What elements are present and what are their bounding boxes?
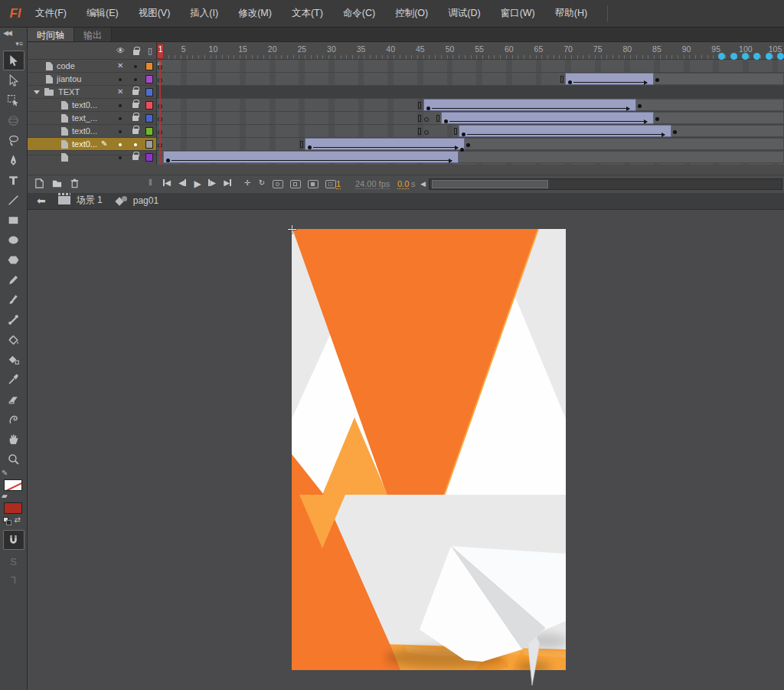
frame-row-text_...[interactable] <box>157 112 784 125</box>
pen-tool-icon[interactable] <box>3 150 24 170</box>
layer-outline-color-swatch[interactable] <box>145 101 153 110</box>
static-span[interactable] <box>654 73 784 85</box>
static-span[interactable] <box>636 99 784 111</box>
fill-color-swatch[interactable] <box>4 502 22 514</box>
layer-row-text_...[interactable]: text_... <box>28 112 156 125</box>
layer-row-text0...[interactable]: text0...✎ <box>28 138 156 151</box>
outline-column-icon[interactable]: ▯ <box>148 46 152 56</box>
frames-area[interactable]: 5101520253035404550556065707580859095100… <box>157 42 784 165</box>
straighten-option-icon[interactable]: Ꞁ <box>0 574 27 593</box>
polystar-tool-icon[interactable] <box>3 250 24 270</box>
tween-span[interactable] <box>441 112 654 124</box>
folder-disclosure-icon[interactable] <box>34 90 40 94</box>
layer-name[interactable]: text_... <box>72 113 97 123</box>
scrollbar-thumb[interactable] <box>432 180 548 188</box>
layer-name[interactable]: text0... <box>72 139 97 149</box>
text-tool-icon[interactable] <box>3 170 24 190</box>
static-span[interactable] <box>654 112 784 124</box>
rectangle-tool-icon[interactable] <box>3 210 24 230</box>
layer-row-text0...[interactable]: text0... <box>28 125 156 138</box>
stage-canvas[interactable] <box>292 229 566 688</box>
frame-row-code[interactable]: a <box>157 60 784 73</box>
line-tool-icon[interactable] <box>3 190 24 210</box>
lasso-tool-icon[interactable] <box>3 130 24 150</box>
panel-menu-icon[interactable]: ▾≡ <box>0 40 27 51</box>
menu-item-7[interactable]: 控制(O) <box>395 7 428 20</box>
modify-markers-icon[interactable] <box>325 180 336 188</box>
layer-outline-color-swatch[interactable] <box>145 127 153 136</box>
menu-item-4[interactable]: 修改(M) <box>238 7 272 20</box>
frame-row-text0...[interactable] <box>157 125 784 138</box>
eraser-tool-icon[interactable] <box>3 389 24 409</box>
back-arrow-icon[interactable]: ⬅ <box>37 195 46 207</box>
static-span[interactable] <box>671 125 784 137</box>
timeline-tab-输出[interactable]: 输出 <box>74 28 112 41</box>
layer-row-jiantou[interactable]: jiantou <box>28 73 156 86</box>
bone-tool-icon[interactable] <box>3 309 24 329</box>
layer-outline-color-swatch[interactable] <box>145 88 153 96</box>
layer-lock-toggle[interactable] <box>134 65 137 68</box>
go-last-frame-button[interactable]: ▶ <box>220 178 234 187</box>
paint-bucket-tool-icon[interactable] <box>3 329 24 349</box>
swap-colors-icon[interactable] <box>15 517 23 525</box>
symbol-label[interactable]: pag01 <box>133 195 158 206</box>
free-transform-tool-icon[interactable] <box>3 90 24 110</box>
panel-collapse-icon[interactable]: ◀◀ <box>0 28 27 40</box>
layer-row-code[interactable]: code✕ <box>28 60 156 73</box>
playhead-marker[interactable]: 1 <box>157 44 164 59</box>
layer-lock-toggle[interactable] <box>132 116 139 121</box>
frame-row-text0...[interactable] <box>157 99 784 112</box>
layer-outline-color-swatch[interactable] <box>145 75 153 83</box>
tween-span[interactable] <box>163 151 459 163</box>
visibility-column-icon[interactable]: 👁 <box>116 46 125 55</box>
go-first-frame-button[interactable]: ◀ <box>160 178 174 187</box>
layer-lock-toggle[interactable] <box>132 155 139 160</box>
scrollbar-left-arrow[interactable]: ◀ <box>420 180 426 188</box>
layer-name[interactable]: TEXT <box>58 87 80 96</box>
frame-row-text0...[interactable] <box>157 138 784 151</box>
eyedropper-tool-icon[interactable] <box>3 369 24 389</box>
layer-visibility-toggle[interactable]: ✕ <box>117 61 123 70</box>
menu-item-3[interactable]: 插入(I) <box>190 7 218 20</box>
menu-item-8[interactable]: 调试(D) <box>448 7 480 20</box>
layer-lock-toggle[interactable] <box>134 78 137 81</box>
layer-visibility-toggle[interactable] <box>119 78 122 81</box>
layer-outline-color-swatch[interactable] <box>145 62 153 70</box>
3d-rotation-tool-icon[interactable] <box>3 110 24 130</box>
layer-outline-color-swatch[interactable] <box>145 114 153 123</box>
stroke-color-swatch[interactable] <box>4 479 22 491</box>
pencil-tool-icon[interactable] <box>3 270 24 289</box>
tween-span[interactable] <box>565 73 654 85</box>
brush-tool-icon[interactable] <box>3 289 24 309</box>
layer-row-partial[interactable] <box>28 151 156 155</box>
edit-multiple-frames-icon[interactable] <box>308 180 318 188</box>
layer-name[interactable]: text0... <box>72 126 97 136</box>
layer-visibility-toggle[interactable] <box>119 143 122 146</box>
ink-bottle-tool-icon[interactable] <box>3 349 24 369</box>
frame-rate-value[interactable]: 24.00 fps <box>355 179 390 189</box>
default-colors-icon[interactable] <box>3 517 11 525</box>
menu-item-6[interactable]: 命令(C) <box>343 7 375 20</box>
layer-lock-toggle[interactable] <box>132 90 139 95</box>
static-span[interactable] <box>459 151 784 163</box>
tween-span[interactable] <box>423 99 636 111</box>
play-button[interactable]: ▶ <box>191 178 204 189</box>
loop-button[interactable]: ↻ <box>255 178 269 187</box>
layer-lock-toggle[interactable] <box>132 129 139 134</box>
center-playhead-button[interactable]: ✛ <box>240 178 254 187</box>
layer-row-TEXT[interactable]: TEXT✕ <box>28 86 156 99</box>
layer-lock-toggle[interactable] <box>134 143 137 146</box>
zoom-tool-icon[interactable] <box>3 449 24 469</box>
delete-layer-button[interactable] <box>69 178 80 191</box>
frame-rows[interactable]: a <box>157 60 784 165</box>
lock-column-icon[interactable] <box>133 46 139 55</box>
frame-row-jiantou[interactable] <box>157 73 784 86</box>
layer-lock-toggle[interactable] <box>132 103 139 108</box>
menu-item-2[interactable]: 视图(V) <box>139 7 171 20</box>
layer-name[interactable]: jiantou <box>57 74 81 83</box>
stage-pasteboard[interactable] <box>28 210 784 690</box>
static-span[interactable] <box>465 138 784 150</box>
new-folder-button[interactable] <box>51 178 63 191</box>
scene-label[interactable]: 场景 1 <box>77 194 103 207</box>
menu-item-1[interactable]: 编辑(E) <box>87 7 119 20</box>
